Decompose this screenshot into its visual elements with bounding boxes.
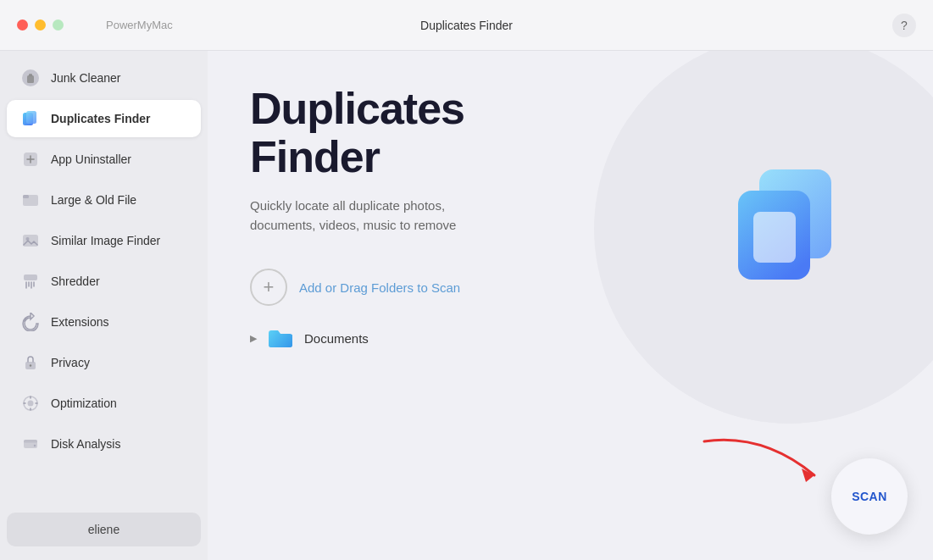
sidebar-item-large-old-file-label: Large & Old File <box>51 193 136 207</box>
page-title-bar: Duplicates Finder <box>420 19 513 32</box>
svg-point-9 <box>26 237 30 241</box>
scan-button[interactable]: SCAN <box>831 458 908 535</box>
extensions-icon <box>20 312 41 332</box>
sidebar-item-similar-image-finder-label: Similar Image Finder <box>51 234 160 247</box>
svg-point-17 <box>34 445 36 446</box>
sidebar-item-junk-cleaner[interactable]: Junk Cleaner <box>7 59 201 97</box>
traffic-lights <box>17 19 64 30</box>
user-label[interactable]: eliene <box>7 513 201 546</box>
decoration-circle <box>594 51 933 424</box>
disk-analysis-icon <box>20 434 41 454</box>
app-name-label: PowerMyMac <box>106 19 173 31</box>
shredder-icon <box>20 271 41 291</box>
app-uninstaller-icon <box>20 149 41 169</box>
svg-rect-20 <box>753 212 796 263</box>
duplicates-finder-big-icon <box>713 152 865 305</box>
privacy-icon <box>20 352 41 373</box>
main-layout: Junk Cleaner <box>0 51 933 560</box>
sidebar-item-extensions-label: Extensions <box>51 315 108 329</box>
svg-rect-8 <box>23 235 38 247</box>
sidebar-item-large-old-file[interactable]: Large & Old File <box>7 181 201 219</box>
scan-container: SCAN <box>831 458 908 535</box>
sidebar-item-app-uninstaller[interactable]: App Uninstaller <box>7 141 201 178</box>
sidebar-item-privacy[interactable]: Privacy <box>7 344 201 381</box>
sidebar-item-extensions[interactable]: Extensions <box>7 303 201 341</box>
sidebar-item-similar-image-finder[interactable]: Similar Image Finder <box>7 222 201 259</box>
junk-cleaner-icon <box>20 68 41 88</box>
minimize-button[interactable] <box>35 19 46 30</box>
sidebar-item-app-uninstaller-label: App Uninstaller <box>51 152 131 166</box>
duplicates-finder-icon <box>20 108 41 129</box>
content-area: Duplicates Finder Quickly locate all dup… <box>208 51 933 560</box>
svg-point-14 <box>28 401 34 407</box>
similar-image-finder-icon <box>20 230 41 251</box>
sidebar: Junk Cleaner <box>0 51 208 560</box>
folder-name-documents: Documents <box>304 331 369 346</box>
add-folder-label: Add or Drag Folders to Scan <box>299 280 460 295</box>
sidebar-item-junk-cleaner-label: Junk Cleaner <box>51 71 121 85</box>
svg-rect-7 <box>23 195 29 198</box>
svg-rect-4 <box>26 111 36 124</box>
close-button[interactable] <box>17 19 28 30</box>
svg-rect-1 <box>27 75 34 83</box>
sidebar-item-duplicates-finder-label: Duplicates Finder <box>51 112 150 125</box>
scan-arrow <box>696 424 831 492</box>
svg-point-12 <box>30 364 31 366</box>
svg-rect-2 <box>29 74 32 76</box>
optimization-icon <box>20 393 41 413</box>
sidebar-item-shredder[interactable]: Shredder <box>7 263 201 300</box>
sidebar-item-shredder-label: Shredder <box>51 274 100 288</box>
sidebar-item-optimization-label: Optimization <box>51 396 117 410</box>
folder-expand-arrow: ▶ <box>250 333 257 344</box>
svg-rect-16 <box>24 440 37 443</box>
svg-rect-10 <box>24 274 37 280</box>
help-button[interactable]: ? <box>892 14 916 37</box>
add-icon: + <box>250 269 287 306</box>
sidebar-item-disk-analysis[interactable]: Disk Analysis <box>7 425 201 463</box>
folder-icon <box>267 326 294 350</box>
sidebar-item-duplicates-finder[interactable]: Duplicates Finder <box>7 100 201 137</box>
sidebar-item-privacy-label: Privacy <box>51 356 90 369</box>
maximize-button[interactable] <box>53 19 64 30</box>
sidebar-item-disk-analysis-label: Disk Analysis <box>51 437 120 451</box>
large-old-file-icon <box>20 190 41 210</box>
sidebar-item-optimization[interactable]: Optimization <box>7 385 201 422</box>
title-bar: PowerMyMac Duplicates Finder ? <box>0 0 933 51</box>
